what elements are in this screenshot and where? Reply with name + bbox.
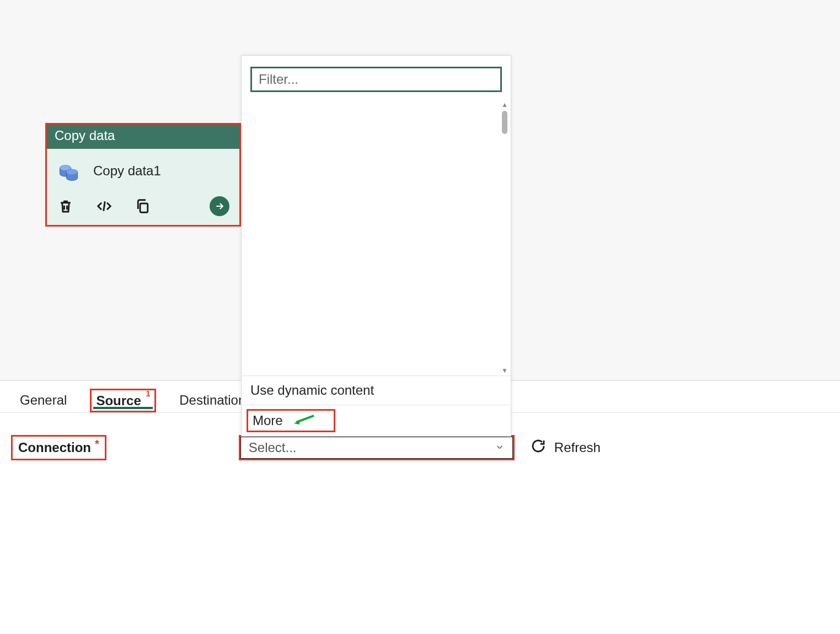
connection-label: Connection *: [11, 435, 106, 460]
code-icon[interactable]: [95, 197, 113, 215]
activity-copy-data[interactable]: Copy data Copy data1: [45, 123, 241, 227]
use-dynamic-content-item[interactable]: Use dynamic content: [242, 376, 511, 405]
tab-general-label: General: [20, 393, 67, 407]
connection-select-placeholder: Select...: [249, 440, 297, 455]
required-asterisk: *: [95, 438, 99, 450]
connection-label-text: Connection: [18, 440, 91, 455]
dropdown-list[interactable]: ▲ ▼: [242, 100, 511, 375]
refresh-icon: [530, 438, 547, 458]
database-icon: [57, 159, 81, 183]
filter-input[interactable]: [250, 67, 502, 92]
connection-select[interactable]: Select...: [239, 435, 515, 460]
tab-source-label: Source: [96, 393, 141, 408]
delete-icon[interactable]: [57, 197, 74, 215]
arrow-annotation-icon: [293, 412, 315, 429]
svg-point-3: [66, 169, 77, 174]
tab-destination-label: Destination: [179, 393, 245, 407]
svg-rect-4: [140, 203, 148, 212]
refresh-button[interactable]: Refresh: [530, 438, 601, 458]
tab-source[interactable]: Source 1: [90, 389, 156, 412]
copy-icon[interactable]: [134, 197, 152, 215]
scroll-down-icon: ▼: [501, 367, 508, 374]
activity-toolbar: [47, 189, 239, 225]
chevron-down-icon: [495, 440, 505, 455]
activity-header: Copy data: [47, 125, 239, 149]
tab-general[interactable]: General: [15, 387, 71, 412]
activity-name: Copy data1: [93, 163, 161, 179]
tab-source-badge: 1: [146, 389, 150, 398]
more-label: More: [253, 413, 283, 428]
arrow-right-icon[interactable]: [210, 196, 229, 216]
scroll-up-icon: ▲: [501, 101, 508, 109]
connection-dropdown-panel: ▲ ▼ Use dynamic content More: [241, 55, 511, 437]
more-item[interactable]: More: [247, 409, 335, 432]
refresh-label: Refresh: [554, 440, 601, 455]
scrollbar-thumb[interactable]: [502, 111, 507, 134]
activity-body: Copy data1: [47, 149, 239, 189]
